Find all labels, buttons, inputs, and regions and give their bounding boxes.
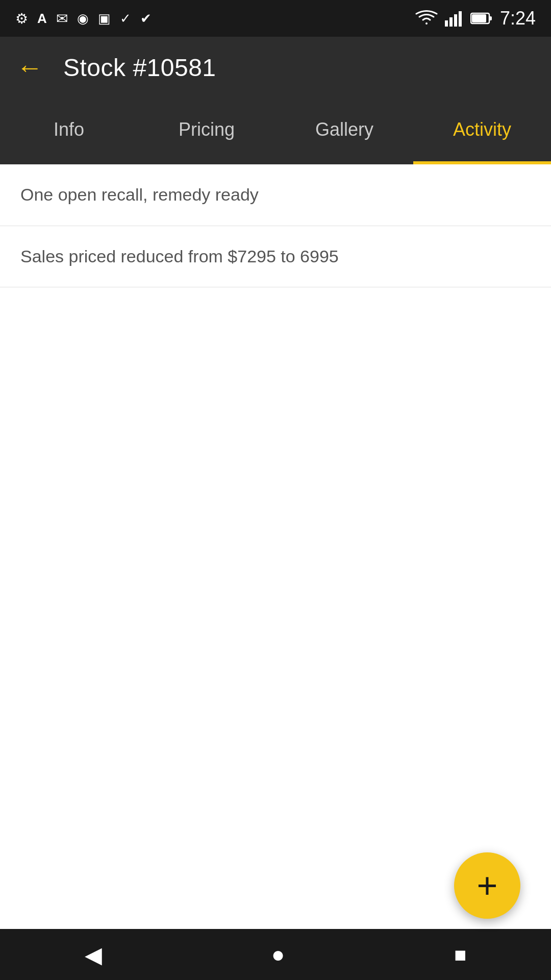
svg-rect-6 [472,14,486,22]
svg-rect-3 [459,11,462,27]
tab-gallery[interactable]: Gallery [276,98,413,164]
activity-text-1: One open recall, remedy ready [20,185,259,204]
svg-rect-0 [445,20,448,27]
back-button[interactable]: ← [16,54,43,81]
activity-item-1: One open recall, remedy ready [0,164,551,226]
tab-pricing[interactable]: Pricing [138,98,276,164]
wifi-icon [415,10,438,27]
battery-icon [470,11,493,26]
add-activity-button[interactable]: + [454,852,520,919]
sd-card-icon: ▣ [98,11,111,27]
font-icon: A [37,11,47,27]
settings-icon: ⚙ [15,10,28,27]
tab-activity[interactable]: Activity [413,98,551,164]
status-time: 7:24 [500,8,536,29]
app-bar: ← Stock #10581 [0,37,551,98]
status-bar-right: 7:24 [415,8,536,29]
globe-icon: ◉ [77,11,89,27]
activity-text-2: Sales priced reduced from $7295 to 6995 [20,247,339,266]
svg-rect-5 [489,16,492,20]
status-bar-icons: ⚙ A ✉ ◉ ▣ ✓ ✔ [15,10,152,27]
tab-bar: Info Pricing Gallery Activity [0,98,551,164]
bottom-nav: ◀ ● ■ [0,929,551,980]
activity-item-2: Sales priced reduced from $7295 to 6995 [0,226,551,288]
page-title: Stock #10581 [63,54,216,82]
check2-icon: ✔ [140,11,152,27]
svg-rect-1 [449,17,453,27]
plus-icon: + [477,868,498,903]
status-bar: ⚙ A ✉ ◉ ▣ ✓ ✔ 7:24 [0,0,551,37]
back-nav-button[interactable]: ◀ [85,942,102,968]
signal-icon [445,10,463,27]
activity-list: One open recall, remedy ready Sales pric… [0,164,551,287]
home-nav-button[interactable]: ● [271,942,285,967]
tab-info[interactable]: Info [0,98,138,164]
check1-icon: ✓ [120,11,131,27]
recents-nav-button[interactable]: ■ [454,943,466,966]
mail-icon: ✉ [56,10,68,27]
svg-rect-2 [454,14,457,27]
